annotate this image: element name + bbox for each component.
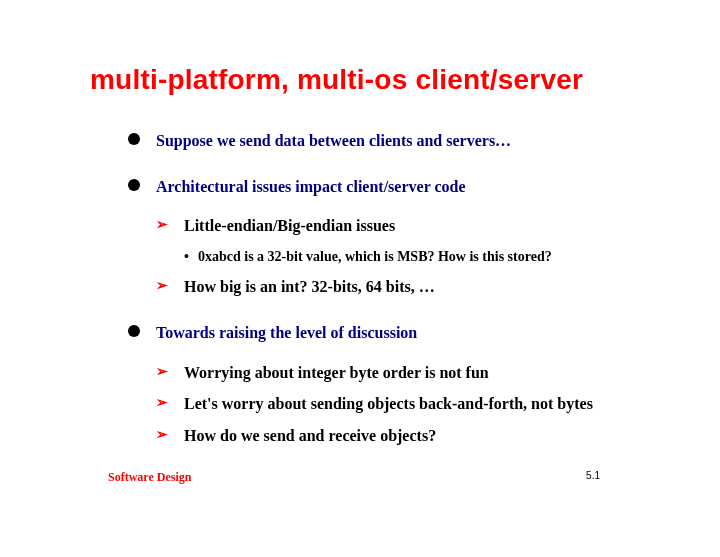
- bullet-text: How do we send and receive objects?: [184, 427, 436, 444]
- bullet-level3: • 0xabcd is a 32-bit value, which is MSB…: [184, 247, 650, 267]
- bullet-text: Little-endian/Big-endian issues: [184, 217, 395, 234]
- bullet-level2: ➢ Worrying about integer byte order is n…: [156, 362, 650, 384]
- bullet-text: Let's worry about sending objects back-a…: [184, 395, 593, 412]
- bullet-level2: ➢ Let's worry about sending objects back…: [156, 393, 650, 415]
- chevron-right-icon: ➢: [156, 393, 168, 412]
- bullet-level1: Suppose we send data between clients and…: [128, 130, 650, 152]
- slide-content: Suppose we send data between clients and…: [90, 130, 650, 446]
- bullet-level2: ➢ How big is an int? 32-bits, 64 bits, …: [156, 276, 650, 298]
- bullet-text: 0xabcd is a 32-bit value, which is MSB? …: [198, 249, 552, 264]
- bullet-group: Suppose we send data between clients and…: [128, 130, 650, 152]
- bullet-text: Towards raising the level of discussion: [156, 324, 417, 341]
- bullet-level1: Architectural issues impact client/serve…: [128, 176, 650, 198]
- bullet-group: Towards raising the level of discussion …: [128, 322, 650, 446]
- chevron-right-icon: ➢: [156, 276, 168, 295]
- bullet-level2: ➢ Little-endian/Big-endian issues: [156, 215, 650, 237]
- bullet-text: Suppose we send data between clients and…: [156, 132, 511, 149]
- bullet-text: Worrying about integer byte order is not…: [184, 364, 489, 381]
- chevron-right-icon: ➢: [156, 425, 168, 444]
- footer-left: Software Design: [108, 470, 191, 485]
- slide-title: multi-platform, multi-os client/server: [90, 64, 650, 96]
- dot-icon: •: [184, 247, 189, 267]
- bullet-group: Architectural issues impact client/serve…: [128, 176, 650, 298]
- bullet-text: Architectural issues impact client/serve…: [156, 178, 466, 195]
- chevron-right-icon: ➢: [156, 215, 168, 234]
- bullet-text: How big is an int? 32-bits, 64 bits, …: [184, 278, 435, 295]
- slide-number: 5.1: [586, 470, 600, 481]
- disc-icon: [128, 325, 140, 337]
- disc-icon: [128, 133, 140, 145]
- bullet-level2: ➢ How do we send and receive objects?: [156, 425, 650, 447]
- slide: multi-platform, multi-os client/server S…: [0, 0, 720, 557]
- bullet-level1: Towards raising the level of discussion: [128, 322, 650, 344]
- chevron-right-icon: ➢: [156, 362, 168, 381]
- disc-icon: [128, 179, 140, 191]
